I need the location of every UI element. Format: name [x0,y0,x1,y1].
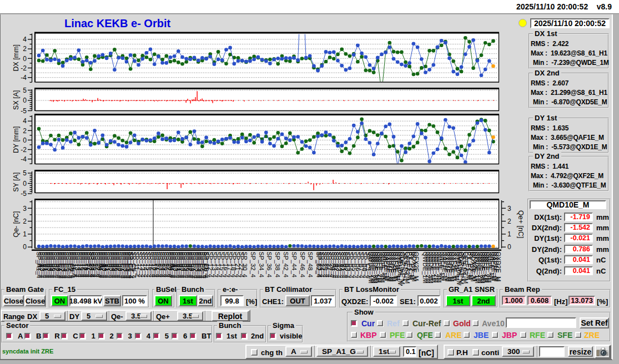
svg-text:SP_32_4: SP_32_4 [250,252,256,277]
svg-text:QFX2E_M: QFX2E_M [413,252,420,281]
svg-text:DY [mm]: DY [mm] [12,127,20,153]
svg-text:0: 0 [23,180,27,188]
svg-text:-5: -5 [21,107,27,115]
svg-text:-4: -4 [21,155,27,163]
svg-text:0: 0 [23,136,27,144]
svg-text:SP_38_4: SP_38_4 [274,252,281,277]
svg-text:0: 0 [23,55,27,63]
svg-text:2: 2 [507,218,511,225]
svg-text:-2: -2 [21,146,27,154]
svg-text:SP_46_4: SP_46_4 [299,252,306,277]
svg-text:0: 0 [23,243,27,251]
svg-text:SY [A]: SY [A] [12,173,20,192]
svg-text:2: 2 [23,127,27,135]
svg-text:Qe- [nC]: Qe- [nC] [12,211,20,237]
svg-text:3: 3 [507,205,511,213]
svg-text:2: 2 [23,218,27,225]
svg-text:2: 2 [23,45,27,53]
svg-text:4: 4 [23,36,27,43]
svg-text:0: 0 [23,97,27,104]
svg-text:-4: -4 [21,74,27,82]
svg-text:SP_44_4: SP_44_4 [291,252,298,277]
svg-text:3: 3 [23,205,27,213]
svg-text:SP_48_4: SP_48_4 [307,252,314,277]
svg-text:-2: -2 [21,64,27,72]
svg-text:SP_30_4: SP_30_4 [241,252,248,277]
svg-text:DX [mm]: DX [mm] [12,44,20,72]
svg-text:-5: -5 [21,190,27,198]
svg-text:QXD2E_M: QXD2E_M [495,252,502,282]
svg-text:1: 1 [23,230,27,238]
svg-text:SP_36_4: SP_36_4 [266,252,273,277]
svg-text:SP_34_4: SP_34_4 [258,252,265,277]
svg-text:0: 0 [507,243,511,251]
svg-text:SX [A]: SX [A] [12,90,20,109]
svg-text:5: 5 [23,169,27,177]
svg-text:1: 1 [507,230,511,238]
svg-text:5: 5 [23,87,27,94]
svg-text:SP_42_4: SP_42_4 [283,252,289,277]
svg-text:4: 4 [23,117,27,125]
